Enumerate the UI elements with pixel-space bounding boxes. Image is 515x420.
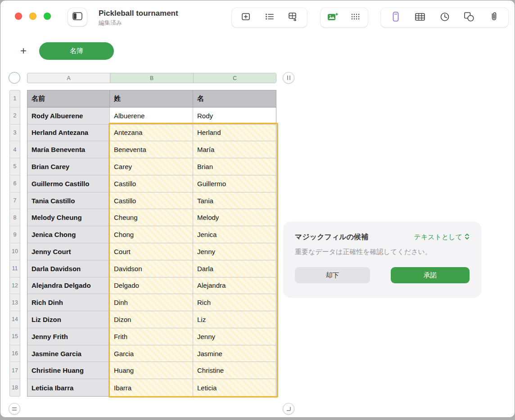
row-number[interactable]: 9 bbox=[10, 226, 20, 243]
table-action-button[interactable] bbox=[283, 10, 303, 25]
dots-grid-button[interactable] bbox=[345, 10, 365, 25]
table-cell[interactable]: Melody bbox=[193, 209, 276, 226]
table-cell[interactable]: Alejandra bbox=[193, 277, 276, 295]
table-cell[interactable]: Leticia bbox=[193, 379, 276, 396]
table-cell[interactable]: María bbox=[193, 141, 276, 158]
close-window-button[interactable] bbox=[15, 13, 22, 20]
row-number[interactable]: 14 bbox=[10, 311, 20, 328]
header-cell[interactable]: 名 bbox=[193, 90, 276, 107]
table-cell[interactable]: Jenica Chong bbox=[27, 226, 110, 243]
row-number[interactable]: 17 bbox=[10, 362, 20, 379]
add-sheet-button[interactable]: + bbox=[17, 44, 30, 58]
table-cell[interactable]: Huang bbox=[110, 362, 193, 379]
table-cell[interactable]: Albuerene bbox=[110, 107, 193, 125]
list-button[interactable] bbox=[260, 10, 280, 25]
table-cell[interactable]: Jenica bbox=[193, 226, 276, 243]
row-number[interactable]: 2 bbox=[10, 107, 20, 125]
table-resize-handle[interactable] bbox=[283, 403, 294, 415]
table-cell[interactable]: Melody Cheung bbox=[27, 209, 110, 226]
row-number[interactable]: 4 bbox=[10, 141, 20, 158]
row-number[interactable]: 16 bbox=[10, 345, 20, 362]
row-number[interactable]: 1 bbox=[10, 90, 20, 107]
table-cell[interactable]: Leticia Ibarra bbox=[27, 379, 110, 396]
row-number[interactable]: 15 bbox=[10, 328, 20, 345]
document-status: 編集済み bbox=[99, 19, 122, 27]
table-cell[interactable]: Frith bbox=[110, 328, 193, 345]
column-resize-handle[interactable] bbox=[283, 72, 294, 84]
table-cell[interactable]: Jenny Frith bbox=[27, 328, 110, 345]
table-cell[interactable]: Rody Albuerene bbox=[27, 107, 110, 125]
table-cell[interactable]: Christine bbox=[193, 362, 276, 379]
table-cell[interactable]: Jasmine bbox=[193, 345, 276, 362]
table-cell[interactable]: Cheung bbox=[110, 209, 193, 226]
column-header-c[interactable]: C bbox=[194, 73, 276, 83]
table-cell[interactable]: Christine Huang bbox=[27, 362, 110, 379]
zoom-window-button[interactable] bbox=[44, 13, 51, 20]
magic-fill-type-selector[interactable]: テキストとして bbox=[414, 233, 470, 241]
row-number[interactable]: 5 bbox=[10, 158, 20, 175]
column-header-a[interactable]: A bbox=[27, 73, 110, 83]
row-number[interactable]: 13 bbox=[10, 294, 20, 311]
row-number[interactable]: 8 bbox=[10, 209, 20, 226]
row-number[interactable]: 12 bbox=[10, 277, 20, 295]
table-cell[interactable]: Guillermo bbox=[193, 175, 276, 192]
header-cell[interactable]: 姓 bbox=[110, 90, 193, 107]
table-cell[interactable]: Court bbox=[110, 243, 193, 260]
table-button[interactable] bbox=[410, 10, 430, 25]
table-cell[interactable]: Jenny bbox=[193, 243, 276, 260]
table-cell[interactable]: Tania Castillo bbox=[27, 192, 110, 210]
sheet-tab[interactable]: 名簿 bbox=[39, 42, 114, 60]
column-header-b[interactable]: B bbox=[110, 73, 194, 83]
table-cell[interactable]: Tania bbox=[193, 192, 276, 210]
row-number[interactable]: 6 bbox=[10, 175, 20, 192]
clock-button[interactable] bbox=[435, 10, 455, 25]
table-cell[interactable]: Brian bbox=[193, 158, 276, 175]
table-cell[interactable]: María Beneventa bbox=[27, 141, 110, 158]
header-cell[interactable]: 名前 bbox=[27, 90, 110, 107]
table-cell[interactable]: Antezana bbox=[110, 125, 193, 142]
table-cell[interactable]: Herland bbox=[193, 125, 276, 142]
table-cell[interactable]: Carey bbox=[110, 158, 193, 175]
table-cell[interactable]: Dizon bbox=[110, 311, 193, 328]
format-button[interactable] bbox=[386, 10, 406, 25]
table-cell[interactable]: Alejandra Delgado bbox=[27, 277, 110, 295]
row-number[interactable]: 11 bbox=[10, 260, 20, 277]
accept-button[interactable]: 承諾 bbox=[391, 267, 470, 283]
table-cell[interactable]: Rich Dinh bbox=[27, 294, 110, 311]
attachment-button[interactable] bbox=[484, 10, 504, 25]
row-number[interactable]: 3 bbox=[10, 125, 20, 142]
table-cell[interactable]: Jenny bbox=[193, 328, 276, 345]
table-cell[interactable]: Castillo bbox=[110, 192, 193, 210]
table-cell[interactable]: Dinh bbox=[110, 294, 193, 311]
table-cell[interactable]: Garcia bbox=[110, 345, 193, 362]
row-number[interactable]: 18 bbox=[10, 379, 20, 396]
table-cell[interactable]: Brian Carey bbox=[27, 158, 110, 175]
sidebar-toggle-button[interactable] bbox=[68, 8, 87, 26]
column-header-band: A B C bbox=[27, 73, 276, 83]
table-cell[interactable]: Liz bbox=[193, 311, 276, 328]
insert-table-button[interactable] bbox=[236, 10, 256, 25]
add-row-handle[interactable] bbox=[9, 403, 20, 415]
shapes-button[interactable] bbox=[459, 10, 479, 25]
table-cell[interactable]: Rich bbox=[193, 294, 276, 311]
table-cell[interactable]: Jasmine Garcia bbox=[27, 345, 110, 362]
table-cell[interactable]: Guillermo Castillo bbox=[27, 175, 110, 192]
magic-image-button[interactable] bbox=[323, 10, 343, 25]
table-cell[interactable]: Jenny Court bbox=[27, 243, 110, 260]
table-cell[interactable]: Liz Dizon bbox=[27, 311, 110, 328]
table-cell[interactable]: Ibarra bbox=[110, 379, 193, 396]
table-cell[interactable]: Castillo bbox=[110, 175, 193, 192]
select-all-handle[interactable] bbox=[9, 72, 20, 84]
reject-button[interactable]: 却下 bbox=[295, 267, 370, 283]
minimize-window-button[interactable] bbox=[29, 13, 36, 20]
table-cell[interactable]: Herland Antezana bbox=[27, 125, 110, 142]
table-cell[interactable]: Darla bbox=[193, 260, 276, 277]
table-cell[interactable]: Davidson bbox=[110, 260, 193, 277]
table-cell[interactable]: Beneventa bbox=[110, 141, 193, 158]
table-cell[interactable]: Darla Davidson bbox=[27, 260, 110, 277]
table-cell[interactable]: Rody bbox=[193, 107, 276, 125]
table-cell[interactable]: Delgado bbox=[110, 277, 193, 295]
table-cell[interactable]: Chong bbox=[110, 226, 193, 243]
row-number[interactable]: 7 bbox=[10, 192, 20, 210]
row-number[interactable]: 10 bbox=[10, 243, 20, 260]
